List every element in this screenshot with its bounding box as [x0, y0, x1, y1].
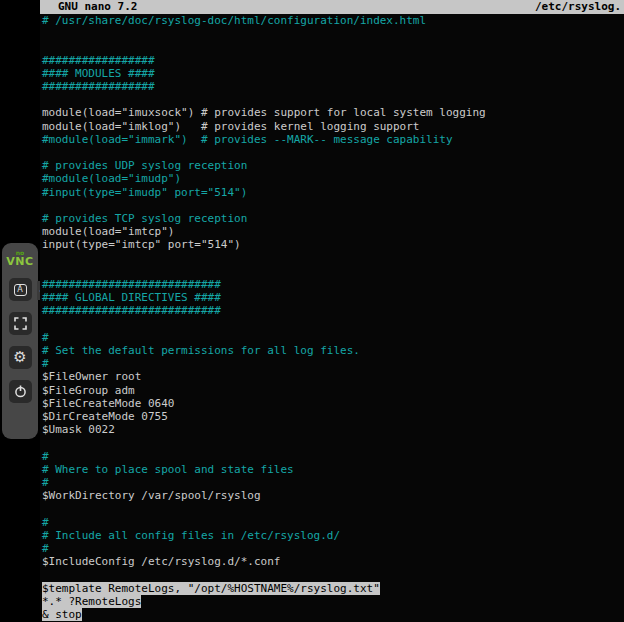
power-button[interactable]: [9, 380, 32, 403]
editor-line: [42, 318, 624, 331]
keyboard-a-icon: A: [14, 284, 27, 296]
editor-line: module(load="imtcp"): [42, 225, 624, 238]
editor-line: #: [42, 516, 624, 529]
editor-line: #### GLOBAL DIRECTIVES ####: [42, 291, 624, 304]
editor-line: & stop: [42, 608, 624, 621]
editor-line: #: [42, 476, 624, 489]
editor-line: [42, 199, 624, 212]
editor-line: [42, 93, 624, 106]
editor-line: $FileOwner root: [42, 370, 624, 383]
editor-line: $FileGroup adm: [42, 384, 624, 397]
editor-line: [42, 146, 624, 159]
editor-line: $Umask 0022: [42, 423, 624, 436]
editor-line: #: [42, 331, 624, 344]
file-path: /etc/rsyslog.: [535, 0, 621, 14]
editor-line: *.* ?RemoteLogs: [42, 595, 624, 608]
settings-button[interactable]: ⚙: [9, 346, 32, 369]
editor-line: # Set the default permissions for all lo…: [42, 344, 624, 357]
editor-line: #################: [42, 54, 624, 67]
editor-line: # Where to place spool and state files: [42, 463, 624, 476]
editor-line: #: [42, 357, 624, 370]
nano-titlebar: GNU nano 7.2 /etc/rsyslog.: [40, 0, 624, 14]
gear-icon: ⚙: [13, 350, 26, 365]
editor-line: [42, 27, 624, 40]
power-icon: [14, 385, 27, 398]
editor-line: #module(load="imudp"): [42, 172, 624, 185]
fullscreen-icon: [14, 317, 27, 330]
editor-line: [42, 503, 624, 516]
editor-line: $FileCreateMode 0640: [42, 397, 624, 410]
editor-line: #input(type="imudp" port="514"): [42, 186, 624, 199]
editor-line: $IncludeConfig /etc/rsyslog.d/*.conf: [42, 555, 624, 568]
editor-line: # /usr/share/doc/rsyslog-doc/html/config…: [42, 14, 624, 27]
editor-line: [42, 252, 624, 265]
nano-version: GNU nano 7.2: [58, 0, 137, 14]
extra-keys-button[interactable]: A: [9, 278, 32, 301]
editor-line: #: [42, 542, 624, 555]
fullscreen-button[interactable]: [9, 312, 32, 335]
editor-line: module(load="imuxsock") # provides suppo…: [42, 106, 624, 119]
editor-line: # provides UDP syslog reception: [42, 159, 624, 172]
editor-line: input(type="imtcp" port="514"): [42, 238, 624, 251]
editor-line: ###########################: [42, 304, 624, 317]
vnc-control-bar: no VNC ◂ A ⚙: [2, 243, 38, 439]
novnc-logo-text: VNC: [6, 256, 33, 267]
nano-editor[interactable]: GNU nano 7.2 /etc/rsyslog. # /usr/share/…: [40, 0, 624, 622]
editor-line: #module(load="immark") # provides --MARK…: [42, 133, 624, 146]
editor-line: [42, 569, 624, 582]
editor-line: module(load="imklog") # provides kernel …: [42, 120, 624, 133]
editor-line: $DirCreateMode 0755: [42, 410, 624, 423]
editor-line: #################: [42, 80, 624, 93]
editor-line: [42, 40, 624, 53]
editor-line: # Include all config files in /etc/rsysl…: [42, 529, 624, 542]
editor-line: # provides TCP syslog reception: [42, 212, 624, 225]
editor-line: #: [42, 450, 624, 463]
editor-line: $WorkDirectory /var/spool/rsyslog: [42, 489, 624, 502]
screen: no VNC ◂ A ⚙ GNU nano 7.2 /etc/rsyslog.: [0, 0, 624, 622]
novnc-logo: no VNC: [6, 250, 33, 267]
editor-lines: # /usr/share/doc/rsyslog-doc/html/config…: [40, 14, 624, 621]
editor-line: #### MODULES ####: [42, 67, 624, 80]
editor-line: ###########################: [42, 278, 624, 291]
editor-line: $template RemoteLogs, "/opt/%HOSTNAME%/r…: [42, 582, 624, 595]
editor-line: [42, 437, 624, 450]
editor-line: [42, 265, 624, 278]
